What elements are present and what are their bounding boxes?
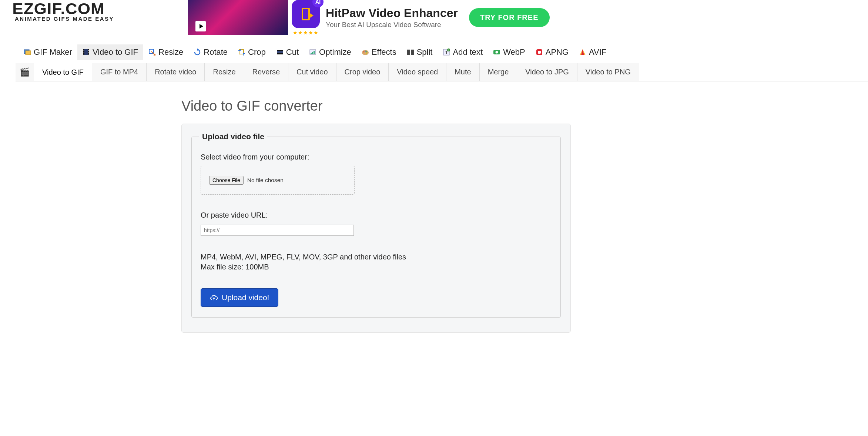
subnav-item-video-to-jpg[interactable]: Video to JPG — [517, 63, 577, 81]
subnav-item-mute[interactable]: Mute — [446, 63, 479, 81]
nav-item-avif[interactable]: AVIF — [574, 44, 611, 60]
site-logo[interactable]: EZGIF.COM ANIMATED GIFS MADE EASY — [15, 0, 114, 22]
svg-rect-15 — [277, 53, 283, 54]
choose-file-button[interactable]: Choose File — [209, 176, 244, 185]
nav-item-rotate[interactable]: Rotate — [188, 44, 233, 60]
play-icon — [195, 21, 206, 31]
subnav-item-video-speed[interactable]: Video speed — [389, 63, 446, 81]
svg-point-6 — [83, 52, 84, 53]
ad-title: HitPaw Video Enhancer — [326, 6, 458, 20]
svg-rect-1 — [26, 51, 31, 55]
svg-point-10 — [88, 54, 89, 54]
file-dropzone[interactable]: Choose File No file chosen — [201, 166, 355, 195]
webp-icon — [493, 48, 500, 56]
nav-item-webp[interactable]: WebP — [488, 44, 530, 60]
gallery-icon — [24, 48, 31, 56]
film-icon — [83, 48, 90, 56]
nav-item-apng[interactable]: APNG — [530, 44, 574, 60]
svg-point-24 — [366, 53, 367, 54]
nav-item-effects[interactable]: Effects — [356, 44, 402, 60]
upload-fieldset: Upload video file Select video from your… — [191, 132, 561, 318]
svg-point-7 — [83, 54, 84, 54]
palette-icon — [362, 48, 369, 56]
subnav-home-button[interactable]: 🎬 — [16, 63, 34, 81]
split-icon — [407, 48, 414, 56]
optimize-icon — [309, 48, 316, 56]
nav-item-label: Video to GIF — [93, 47, 138, 57]
svg-point-23 — [366, 51, 367, 52]
subnav-item-rotate-video[interactable]: Rotate video — [147, 63, 205, 81]
subnav-item-gif-to-mp4[interactable]: GIF to MP4 — [92, 63, 147, 81]
nav-item-label: WebP — [503, 47, 525, 57]
nav-item-split[interactable]: Split — [402, 44, 438, 60]
svg-point-9 — [88, 52, 89, 53]
nav-item-label: Add text — [453, 47, 483, 57]
nav-item-label: Crop — [248, 47, 266, 57]
ai-badge: AI — [312, 0, 324, 7]
ad-subtitle: Your Best AI Upscale Video Software — [326, 21, 458, 29]
nav-item-optimize[interactable]: Optimize — [304, 44, 356, 60]
cut-icon — [276, 48, 284, 56]
subnav-item-crop-video[interactable]: Crop video — [336, 63, 389, 81]
apng-icon — [536, 48, 543, 56]
svg-rect-17 — [311, 53, 312, 54]
subnav-item-reverse[interactable]: Reverse — [244, 63, 288, 81]
nav-item-label: Rotate — [204, 47, 228, 57]
upload-panel: Upload video file Select video from your… — [181, 124, 571, 333]
select-file-label: Select video from your computer: — [201, 153, 552, 161]
subnav-item-cut-video[interactable]: Cut video — [288, 63, 336, 81]
nav-item-label: Optimize — [319, 47, 351, 57]
nav-item-label: Split — [417, 47, 433, 57]
svg-rect-34 — [538, 51, 541, 54]
addtext-icon: T+ — [443, 48, 450, 56]
subnav-item-video-to-gif[interactable]: Video to GIF — [34, 63, 92, 81]
svg-point-8 — [88, 50, 89, 51]
video-url-input[interactable] — [201, 225, 354, 236]
formats-hint: MP4, WebM, AVI, MPEG, FLV, MOV, 3GP and … — [201, 253, 552, 261]
svg-rect-19 — [314, 51, 315, 54]
ad-cta-button[interactable]: TRY FOR FREE — [469, 8, 550, 27]
logo-main: EZGIF.COM — [12, 0, 116, 18]
rotate-icon — [194, 48, 201, 56]
svg-rect-25 — [407, 50, 410, 55]
svg-point-32 — [496, 51, 498, 54]
cloud-upload-icon — [210, 294, 218, 301]
svg-text:+: + — [448, 49, 449, 51]
sub-nav: 🎬 Video to GIFGIF to MP4Rotate videoResi… — [16, 63, 868, 81]
nav-item-gif-maker[interactable]: GIF Maker — [19, 44, 77, 60]
nav-item-video-to-gif[interactable]: Video to GIF — [77, 44, 143, 60]
filesize-hint: Max file size: 100MB — [201, 263, 552, 271]
subnav-item-merge[interactable]: Merge — [480, 63, 517, 81]
file-status-text: No file chosen — [247, 177, 284, 184]
avif-icon — [579, 48, 586, 56]
nav-item-label: GIF Maker — [34, 47, 72, 57]
svg-point-5 — [83, 50, 84, 51]
svg-point-21 — [363, 51, 364, 52]
subnav-item-video-to-png[interactable]: Video to PNG — [577, 63, 639, 81]
nav-item-label: AVIF — [589, 47, 606, 57]
nav-item-label: Cut — [286, 47, 299, 57]
rating-stars: ★★★★★ — [293, 30, 319, 36]
upload-button-label: Upload video! — [222, 293, 269, 302]
nav-item-label: Effects — [372, 47, 396, 57]
ad-banner[interactable]: AI ★★★★★ HitPaw Video Enhancer Your Best… — [188, 0, 549, 35]
resize-icon — [148, 48, 156, 56]
svg-rect-18 — [312, 52, 313, 54]
nav-item-label: APNG — [546, 47, 569, 57]
nav-item-add-text[interactable]: T+Add text — [438, 44, 488, 60]
nav-item-label: Resize — [158, 47, 183, 57]
nav-item-cut[interactable]: Cut — [271, 44, 304, 60]
svg-rect-12 — [239, 50, 244, 54]
subnav-item-resize[interactable]: Resize — [205, 63, 244, 81]
ad-video-thumbnail[interactable] — [188, 0, 288, 35]
svg-point-22 — [365, 50, 366, 51]
ad-app-icon: AI — [292, 0, 320, 28]
svg-rect-26 — [411, 50, 414, 55]
fieldset-legend: Upload video file — [199, 132, 267, 141]
nav-item-resize[interactable]: Resize — [143, 44, 188, 60]
url-label: Or paste video URL: — [201, 211, 552, 219]
nav-item-crop[interactable]: Crop — [233, 44, 271, 60]
upload-button[interactable]: Upload video! — [201, 288, 278, 307]
clapperboard-icon: 🎬 — [20, 67, 30, 77]
main-nav: GIF MakerVideo to GIFResizeRotateCropCut… — [0, 37, 868, 60]
